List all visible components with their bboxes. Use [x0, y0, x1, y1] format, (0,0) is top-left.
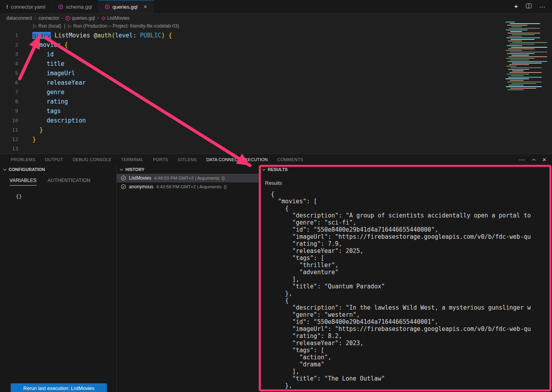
tab-variables[interactable]: VARIABLES — [9, 178, 37, 186]
run-local-label: Run (local) — [38, 23, 61, 29]
minimap-line — [508, 48, 535, 49]
minimap-line — [507, 82, 542, 82]
code-token: ) — [161, 32, 165, 39]
line-number: 12 — [0, 135, 21, 144]
more-actions-icon[interactable]: ⋯ — [539, 3, 546, 11]
panel-tab-problems[interactable]: PROBLEMS — [11, 157, 35, 162]
split-editor-icon[interactable] — [526, 3, 532, 11]
breadcrumb: dataconnect›connector›queries.gql›ListMo… — [0, 14, 552, 22]
minimap-line — [511, 83, 536, 84]
line-number: 8 — [0, 97, 21, 106]
breadcrumb-label: connector — [38, 15, 59, 21]
panel-tab-terminal[interactable]: TERMINAL — [121, 157, 144, 162]
code-line: releaseYear — [32, 78, 172, 87]
code-token: description — [47, 117, 86, 124]
variables-value[interactable]: {} — [16, 193, 116, 199]
code-line: } — [32, 125, 172, 135]
run-production-label: Run (Production – Project: friendly-flix… — [73, 23, 179, 29]
tab-label: schema.gql — [66, 4, 92, 10]
breadcrumb-item-connector[interactable]: connector — [38, 15, 59, 21]
minimap-line — [510, 23, 540, 24]
code-editor[interactable]: query ListMovies @auth(level: PUBLIC) { … — [32, 31, 172, 154]
minimap-line — [512, 63, 542, 63]
configuration-tabs: VARIABLES AUTHENTICATION — [0, 178, 116, 186]
minimap-line — [511, 39, 535, 40]
graphql-icon — [105, 4, 110, 9]
history-item[interactable]: ListMovies4:48:59 PM GMT+2 | Arguments: … — [117, 174, 259, 182]
graphql-icon — [65, 16, 70, 21]
tab-label: connector.yaml — [11, 4, 45, 10]
codelens: ▷ Run (local) | ▷ Run (Production – Proj… — [33, 23, 179, 29]
minimap-line — [508, 69, 529, 70]
code-token: rating — [47, 98, 68, 105]
minimap-line — [508, 77, 542, 78]
minimap-line — [506, 86, 542, 87]
panel-tab-debug-console[interactable]: DEBUG CONSOLE — [73, 157, 112, 162]
minimap-line — [511, 67, 542, 68]
history-item[interactable]: anonymous4:43:58 PM GMT+2 | Arguments: {… — [117, 182, 259, 191]
line-number: 6 — [0, 78, 21, 87]
tab-queries.gql[interactable]: queries.gql✕ — [99, 0, 154, 13]
tab-authentication[interactable]: AUTHENTICATION — [48, 178, 91, 186]
line-number: 5 — [0, 69, 21, 78]
minimap-line — [507, 74, 529, 74]
history-item-meta: 4:48:59 PM GMT+2 | Arguments: {} — [154, 176, 225, 180]
panel-tab-data-connect-execution[interactable]: DATA CONNECT EXECUTION — [206, 157, 268, 162]
code-token: { — [64, 41, 68, 48]
minimap[interactable] — [505, 22, 550, 91]
chevron-down-icon — [262, 167, 265, 170]
history-title: HISTORY — [125, 167, 144, 172]
code-token — [32, 126, 39, 134]
code-line: genre — [32, 87, 172, 97]
panel-tab-ports[interactable]: PORTS — [153, 157, 168, 162]
minimap-line — [512, 71, 524, 71]
minimap-line — [506, 58, 535, 59]
minimap-line — [509, 85, 524, 85]
breadcrumb-item-dataconnect[interactable]: dataconnect — [6, 15, 32, 21]
code-token: } — [32, 136, 36, 143]
configuration-section: CONFIGURATION VARIABLES AUTHENTICATION {… — [0, 165, 117, 392]
minimap-line — [505, 78, 529, 79]
results-title: RESULTS — [268, 167, 288, 172]
run-local-button[interactable]: ▷ Run (local) — [33, 23, 61, 29]
code-token — [61, 41, 64, 48]
breadcrumb-item-queries.gql[interactable]: queries.gql — [65, 15, 95, 21]
panel-tab-comments[interactable]: COMMENTS — [277, 157, 303, 162]
history-header[interactable]: HISTORY — [117, 165, 259, 174]
chevron-up-icon[interactable] — [532, 158, 535, 162]
minimap-line — [511, 47, 547, 48]
line-number: 10 — [0, 116, 21, 125]
breadcrumb-item-ListMovies[interactable]: ListMovies — [101, 15, 130, 21]
minimap-line — [511, 55, 529, 56]
copilot-sparkle-icon[interactable]: ✦ — [513, 3, 518, 10]
rerun-last-execution-button[interactable]: Rerun last execution: ListMovies — [11, 383, 107, 392]
tab-schema.gql[interactable]: schema.gql — [52, 0, 99, 13]
yaml-icon: ! — [6, 4, 8, 10]
panel-tab-gitlens[interactable]: GITLENS — [178, 157, 197, 162]
configuration-header[interactable]: CONFIGURATION — [0, 165, 116, 174]
panel-close-icon[interactable]: ✕ — [542, 157, 546, 163]
play-icon: ▷ — [33, 23, 37, 29]
minimap-line — [511, 75, 524, 76]
code-token: id — [47, 51, 54, 58]
minimap-line — [507, 33, 540, 33]
code-line: movies { — [32, 40, 172, 50]
code-token: PUBLIC — [140, 32, 161, 39]
run-production-button[interactable]: ▷ Run (Production – Project: friendly-fl… — [68, 23, 179, 29]
editor-actions: ✦ ⋯ — [513, 0, 552, 13]
results-header[interactable]: RESULTS — [259, 165, 552, 174]
history-list: ListMovies4:48:59 PM GMT+2 | Arguments: … — [117, 174, 259, 191]
history-item-name: ListMovies — [129, 175, 151, 181]
panel-more-icon[interactable]: ⋯ — [519, 156, 526, 163]
tab-connector.yaml[interactable]: !connector.yaml — [0, 0, 52, 13]
close-icon[interactable]: ✕ — [144, 4, 147, 9]
minimap-line — [506, 66, 517, 67]
panel-tab-output[interactable]: OUTPUT — [45, 157, 63, 162]
line-number: 2 — [0, 40, 21, 50]
breadcrumb-label: dataconnect — [6, 15, 32, 21]
code-token: ListMovies — [54, 32, 90, 39]
breadcrumb-separator: › — [34, 15, 36, 21]
panel-tab-bar: PROBLEMSOUTPUTDEBUG CONSOLETERMINALPORTS… — [0, 154, 552, 165]
code-token: ( — [112, 32, 115, 39]
chevron-down-icon — [3, 167, 6, 170]
